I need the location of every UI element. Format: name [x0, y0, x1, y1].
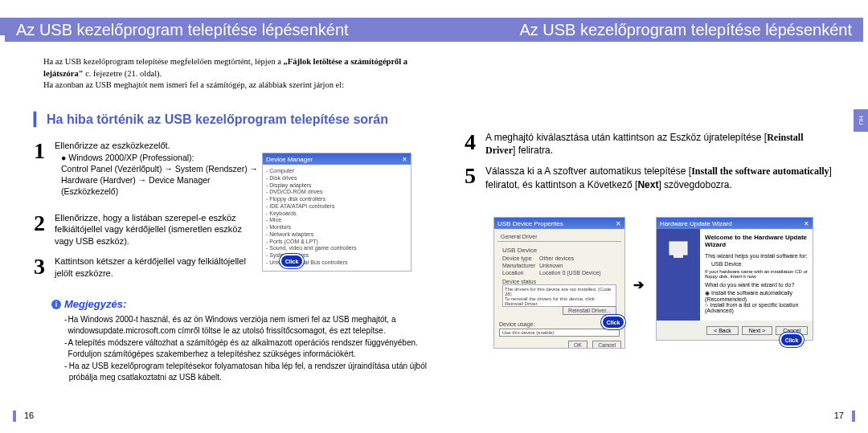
window-title: Hardware Update Wizard [660, 220, 732, 227]
note-label: Megjegyzés: [64, 298, 126, 310]
prop-val: Other devices [539, 255, 574, 261]
step-number: 3 [34, 255, 55, 280]
step5-p0: Válassza ki a A szoftver automatikus tel… [485, 165, 691, 177]
window-titlebar: Hardware Update Wizard ✕ [657, 218, 813, 229]
svg-rect-0 [669, 242, 687, 255]
info-icon: i [51, 300, 61, 309]
section-heading: ▎Ha hiba történik az USB kezelőprogram t… [34, 112, 388, 127]
tree-item: - DVD/CD-ROM drives [266, 189, 407, 196]
step-2: 2 Ellenőrizze, hogy a listában szerepel-… [34, 212, 259, 248]
wizard-cd-hint: If your hardware came with an installati… [705, 269, 808, 279]
wizard-welcome: Welcome to the Hardware Update Wizard [705, 234, 808, 248]
wizard-device: USB Device [711, 261, 808, 267]
tree-item: - Network adapters [266, 231, 407, 239]
tree-item: - Floppy disk controllers [266, 196, 407, 203]
footer-bar-icon [852, 411, 855, 422]
tree-item: - Sound, video and game controllers [266, 245, 407, 252]
close-icon: ✕ [616, 220, 621, 227]
usage-label: Device usage: [499, 321, 534, 327]
wizard-content: Welcome to the Hardware Update Wizard Th… [700, 229, 813, 321]
window-titlebar: USB Device Properties ✕ [494, 218, 624, 229]
prop-key: Device type [502, 255, 539, 261]
heading-bar-icon: ▎ [34, 112, 43, 126]
wizard-icon [666, 237, 690, 261]
note-heading: i Megjegyzés: [51, 298, 126, 310]
status-label: Device status [502, 279, 616, 284]
note-item: A telepítés módszere változhat a számító… [68, 337, 434, 359]
page-number-left: 16 [24, 411, 34, 420]
window-titlebar: Device Manager ✕ [263, 153, 411, 165]
step-text: Ellenőrizze, hogy a listában szerepel-e … [55, 212, 259, 248]
language-tab: HU [854, 109, 868, 132]
click-badge: Click [780, 333, 804, 347]
note-item: Ha Windows 2000-t használ, és az ön Wind… [68, 314, 434, 336]
step-4: 4 A meghajtó kiválasztása után kattintso… [465, 131, 834, 157]
step4-pre: A meghajtó kiválasztása után kattintson … [485, 132, 767, 143]
device-name: USB Device [502, 247, 616, 254]
step4-post: ] feliratra. [513, 145, 553, 156]
footer-bar-icon [13, 411, 16, 422]
note-list: -Ha Windows 2000-t használ, és az ön Win… [64, 314, 434, 384]
wizard-question: What do you want the wizard to do? [705, 282, 808, 288]
step-text: Kattintson kétszer a kérdőjellel vagy fe… [55, 255, 259, 280]
close-icon: ✕ [402, 156, 407, 163]
window-title: USB Device Properties [497, 220, 563, 227]
prop-val: Unknown [539, 263, 563, 268]
prop-key: Location [502, 270, 539, 276]
radio-icon[interactable]: ◉ [705, 290, 711, 296]
intro-paragraph: Ha az USB kezelőprogram telepítése megfe… [43, 56, 434, 92]
svg-rect-1 [674, 255, 683, 258]
hardware-wizard-screenshot: Hardware Update Wizard ✕ Welcome to the … [656, 217, 813, 341]
step-1: 1 Ellenőrizze az eszközkezelőt. ● Window… [34, 140, 259, 198]
step-3: 3 Kattintson kétszer a kérdőjellel vagy … [34, 255, 259, 280]
step5-p3: Next [637, 179, 658, 190]
prop-key: Manufacturer [502, 263, 539, 268]
step-number: 2 [34, 212, 55, 248]
step-number: 4 [465, 131, 485, 157]
arrow-icon: ➔ [633, 277, 644, 292]
wizard-opt2[interactable]: Install from a list or specific location… [705, 302, 798, 313]
cancel-button[interactable]: Cancel [592, 341, 621, 348]
properties-tabs: General Driver [497, 232, 621, 242]
step-subtext: ● Windows 2000/XP (Professional): Contro… [61, 152, 259, 198]
intro-line2: Ha azonban az USB meghajtót nem ismeri f… [43, 80, 344, 89]
intro-text-c: c. fejezetre (21. oldal). [84, 69, 162, 78]
wizard-help: This wizard helps you install software f… [705, 253, 808, 259]
click-badge: Click [280, 254, 304, 268]
step-number: 5 [465, 165, 485, 190]
header-title-right: Az USB kezelőprogram telepítése lépésenk… [434, 18, 868, 42]
intro-text-a: Ha az USB kezelőprogram telepítése megfe… [43, 57, 284, 66]
note-item: Ha az USB kezelőprogram telepítésekor fo… [69, 361, 434, 382]
reinstall-driver-button[interactable]: Reinstall Driver... [563, 306, 616, 315]
header-title-left: Az USB kezelőprogram telepítése lépésenk… [0, 18, 434, 42]
properties-body: General Driver USB Device Device typeOth… [494, 229, 624, 348]
tree-item: - Ports (COM & LPT) [266, 239, 407, 246]
tree-item: - Monitors [266, 224, 407, 231]
step5-p1: Install the software automatically [691, 165, 829, 177]
tree-item: - Computer [266, 168, 407, 175]
step5-p4: ] szövegdobozra. [658, 179, 731, 190]
tree-item: - Display adapters [266, 182, 407, 190]
next-button[interactable]: Next > [742, 326, 772, 335]
status-text: The drivers for this device are not inst… [502, 284, 616, 307]
right-steps-column: 4 A meghajtó kiválasztása után kattintso… [465, 131, 834, 199]
prop-val: Location 0 (USB Device) [539, 270, 601, 276]
back-button[interactable]: < Back [706, 326, 739, 335]
tree-item: - IDE ATA/ATAPI controllers [266, 203, 407, 210]
step-number: 1 [34, 140, 55, 198]
window-title: Device Manager [266, 156, 313, 163]
tree-item: - Mice [266, 217, 407, 224]
tree-item: - Keyboards [266, 210, 407, 218]
page-number-right: 17 [834, 411, 844, 420]
step-text: Ellenőrizze az eszközkezelőt. [55, 140, 259, 152]
tree-item: - Disk drives [266, 175, 407, 182]
wizard-opt1[interactable]: Install the software automatically (Reco… [705, 290, 792, 302]
page-header-band: Az USB kezelőprogram telepítése lépésenk… [0, 18, 868, 42]
step-5: 5 Válassza ki a A szoftver automatikus t… [465, 165, 834, 190]
click-badge: Click [601, 315, 625, 329]
usage-select[interactable]: Use this device (enable) [499, 329, 620, 337]
close-icon: ✕ [804, 220, 809, 227]
left-steps-column: 1 Ellenőrizze az eszközkezelőt. ● Window… [34, 140, 259, 288]
ok-button[interactable]: OK [568, 341, 588, 348]
section-heading-text: Ha hiba történik az USB kezelőprogram te… [47, 112, 388, 126]
